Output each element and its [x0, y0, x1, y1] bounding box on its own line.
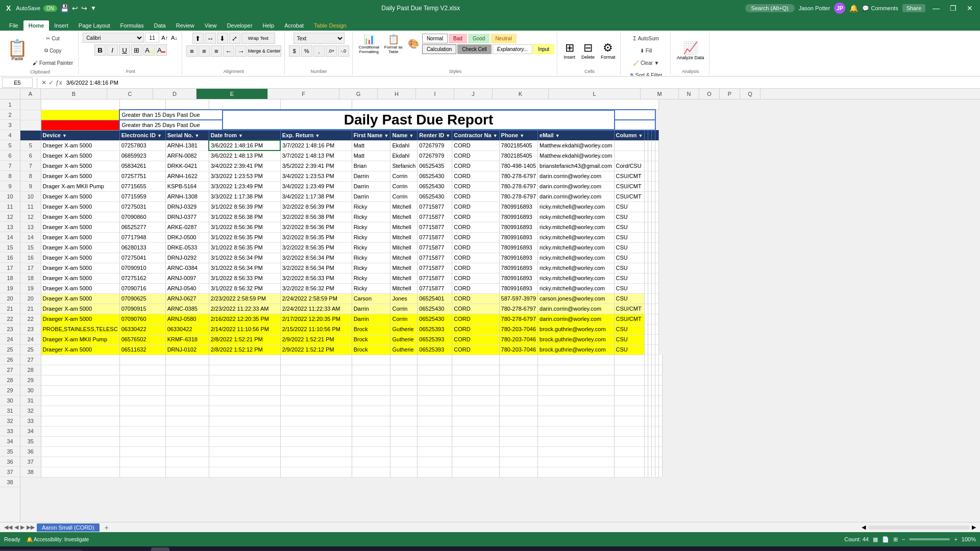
table-cell[interactable]: CSU/CMT: [614, 314, 645, 324]
row-num-36[interactable]: 36: [0, 457, 20, 467]
table-cell[interactable]: CORD: [452, 191, 499, 202]
empty-cell[interactable]: [648, 395, 652, 406]
empty-cell[interactable]: [614, 436, 645, 446]
empty-cell[interactable]: [119, 355, 165, 365]
empty-cell[interactable]: [652, 202, 655, 212]
zoom-out-btn[interactable]: −: [902, 536, 905, 542]
empty-cell[interactable]: [655, 406, 659, 416]
table-cell[interactable]: ARNJ-0627: [165, 293, 209, 304]
empty-cell[interactable]: [538, 446, 614, 457]
taskbar-edge[interactable]: 🌐: [69, 547, 88, 551]
table-cell[interactable]: 06525401: [418, 293, 452, 304]
cell-styles-btn[interactable]: 🎨: [406, 37, 421, 51]
user-avatar[interactable]: JP: [834, 3, 845, 14]
customize-icon[interactable]: ▼: [90, 5, 96, 12]
empty-cell[interactable]: [165, 355, 209, 365]
style-neutral-btn[interactable]: Neutral: [491, 34, 516, 43]
empty-cell[interactable]: [538, 457, 614, 467]
empty-cell[interactable]: [655, 446, 659, 457]
empty-cell[interactable]: [655, 467, 659, 477]
name-box[interactable]: [2, 78, 33, 88]
row-number-cell[interactable]: 7: [20, 161, 41, 171]
table-cell[interactable]: Gutherie: [390, 324, 418, 334]
empty-cell[interactable]: [645, 253, 648, 263]
empty-cell[interactable]: [452, 406, 499, 416]
table-cell[interactable]: 07090860: [119, 212, 165, 222]
empty-cell[interactable]: [209, 416, 280, 426]
empty-cell[interactable]: [614, 395, 645, 406]
row-num-5[interactable]: 5: [0, 140, 20, 151]
font-color-button[interactable]: A▬: [156, 44, 167, 56]
row-num-13[interactable]: 13: [0, 222, 20, 232]
empty-cell[interactable]: [452, 385, 499, 395]
table-cell[interactable]: CSU: [614, 293, 645, 304]
empty-cell[interactable]: [390, 375, 418, 385]
table-cell[interactable]: 07090625: [119, 293, 165, 304]
table-cell[interactable]: 3/5/2022 2:39:41 PM: [280, 161, 352, 171]
empty-cell[interactable]: [648, 171, 652, 181]
decrease-indent-btn[interactable]: ←: [223, 45, 234, 57]
empty-cell[interactable]: [418, 416, 452, 426]
table-cell[interactable]: DRNJ-0102: [165, 344, 209, 355]
empty-cell[interactable]: [645, 324, 648, 334]
empty-cell[interactable]: [280, 355, 352, 365]
empty-cell[interactable]: [352, 406, 390, 416]
empty-cell[interactable]: [648, 416, 652, 426]
empty-cell[interactable]: [280, 385, 352, 395]
table-cell[interactable]: Cord/CSU: [614, 161, 645, 171]
empty-cell[interactable]: [652, 212, 655, 222]
empty-cell[interactable]: [648, 191, 652, 202]
table-cell[interactable]: ARNJ-0540: [165, 283, 209, 293]
empty-cell[interactable]: [655, 140, 659, 151]
row-number-cell[interactable]: 15: [20, 242, 41, 253]
empty-cell[interactable]: [655, 222, 659, 232]
table-cell[interactable]: Ricky: [352, 283, 390, 293]
empty-cell[interactable]: [645, 263, 648, 273]
bold-button[interactable]: B: [94, 44, 106, 56]
row-number-cell[interactable]: 17: [20, 263, 41, 273]
empty-cell[interactable]: [352, 467, 390, 477]
row-number-cell[interactable]: 18: [20, 273, 41, 283]
fill-color-button[interactable]: A▬: [143, 44, 155, 56]
table-cell[interactable]: 3/2/2022 8:56:39 PM: [280, 202, 352, 212]
redo-icon[interactable]: ↪: [81, 4, 87, 12]
empty-cell[interactable]: [648, 263, 652, 273]
table-cell[interactable]: CORD: [452, 283, 499, 293]
empty-cell[interactable]: [652, 161, 655, 171]
row-num-1[interactable]: 1: [0, 99, 20, 110]
table-cell[interactable]: CORD: [452, 324, 499, 334]
table-cell[interactable]: 05834261: [119, 161, 165, 171]
table-cell[interactable]: 2/15/2022 11:10:56 PM: [280, 324, 352, 334]
empty-cell[interactable]: [165, 446, 209, 457]
empty-cell[interactable]: [119, 365, 165, 375]
table-cell[interactable]: Brock: [352, 344, 390, 355]
table-cell[interactable]: CORD: [452, 232, 499, 242]
table-cell[interactable]: Mitchell: [390, 273, 418, 283]
empty-cell[interactable]: [648, 334, 652, 344]
row-number-cell[interactable]: 8: [20, 171, 41, 181]
insert-function-icon[interactable]: ƒx: [56, 79, 62, 86]
empty-cell[interactable]: [645, 406, 648, 416]
empty-cell[interactable]: [538, 426, 614, 436]
row-num-7[interactable]: 7: [0, 161, 20, 171]
empty-cell[interactable]: [280, 446, 352, 457]
table-cell[interactable]: 06525393: [418, 344, 452, 355]
empty-cell[interactable]: [352, 365, 390, 375]
table-cell[interactable]: Darrin: [352, 171, 390, 181]
row-number-cell[interactable]: 11: [20, 202, 41, 212]
table-cell[interactable]: KRMF-6318: [165, 334, 209, 344]
align-right-btn[interactable]: ≡: [211, 45, 222, 57]
table-cell[interactable]: CSU: [614, 344, 645, 355]
cell-D1[interactable]: [165, 99, 209, 110]
empty-cell[interactable]: [352, 426, 390, 436]
align-middle-btn[interactable]: ↔: [205, 33, 216, 44]
table-cell[interactable]: Draeger X-am 5000: [41, 273, 119, 283]
table-cell[interactable]: 06525277: [119, 222, 165, 232]
empty-cell[interactable]: [648, 283, 652, 293]
row-number-cell[interactable]: 29: [20, 375, 41, 385]
empty-cell[interactable]: [209, 467, 280, 477]
page-break-view-btn[interactable]: ⊞: [893, 536, 898, 543]
empty-cell[interactable]: [499, 426, 538, 436]
table-cell[interactable]: 2/23/2022 2:58:59 PM: [209, 293, 280, 304]
empty-cell[interactable]: [645, 191, 648, 202]
